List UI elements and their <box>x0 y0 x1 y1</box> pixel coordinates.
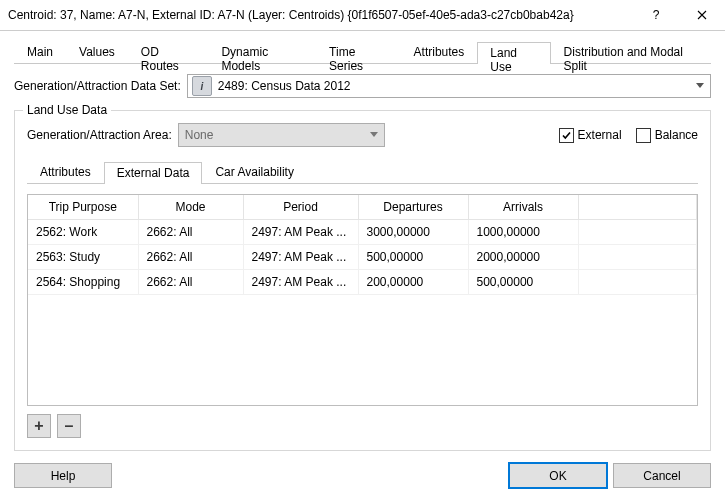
sub-tabs: AttributesExternal DataCar Availability <box>27 161 698 184</box>
subtab-attributes[interactable]: Attributes <box>27 161 104 183</box>
cell-period[interactable]: 2497: AM Peak ... <box>243 270 358 295</box>
ok-button[interactable]: OK <box>509 463 607 488</box>
tab-distribution-and-modal-split[interactable]: Distribution and Modal Split <box>551 41 711 63</box>
minus-icon: – <box>65 417 74 435</box>
main-tabs: MainValuesOD RoutesDynamic ModelsTime Se… <box>14 41 711 64</box>
close-button[interactable] <box>679 0 725 30</box>
external-checkbox-wrap[interactable]: External <box>559 128 622 143</box>
help-label: Help <box>51 469 76 483</box>
col-trip-purpose[interactable]: Trip Purpose <box>28 195 138 220</box>
col-mode[interactable]: Mode <box>138 195 243 220</box>
add-row-button[interactable]: + <box>27 414 51 438</box>
tab-land-use[interactable]: Land Use <box>477 42 550 64</box>
plus-icon: + <box>34 417 43 435</box>
cell-blank <box>578 220 697 245</box>
area-label: Generation/Attraction Area: <box>27 128 172 142</box>
window-title: Centroid: 37, Name: A7-N, External ID: A… <box>0 8 633 22</box>
cell-purpose[interactable]: 2563: Study <box>28 245 138 270</box>
cell-purpose[interactable]: 2564: Shopping <box>28 270 138 295</box>
external-label: External <box>578 128 622 142</box>
balance-checkbox-wrap[interactable]: Balance <box>636 128 698 143</box>
tab-values[interactable]: Values <box>66 41 128 63</box>
cell-arrivals[interactable]: 500,00000 <box>468 270 578 295</box>
cell-mode[interactable]: 2662: All <box>138 220 243 245</box>
dataset-icon: i <box>192 76 212 96</box>
cell-period[interactable]: 2497: AM Peak ... <box>243 245 358 270</box>
col-period[interactable]: Period <box>243 195 358 220</box>
close-icon <box>697 10 707 20</box>
table-row[interactable]: 2562: Work2662: All2497: AM Peak ...3000… <box>28 220 697 245</box>
col-departures[interactable]: Departures <box>358 195 468 220</box>
cancel-button[interactable]: Cancel <box>613 463 711 488</box>
tab-dynamic-models[interactable]: Dynamic Models <box>208 41 316 63</box>
table-row[interactable]: 2563: Study2662: All2497: AM Peak ...500… <box>28 245 697 270</box>
tab-attributes[interactable]: Attributes <box>401 41 478 63</box>
group-title: Land Use Data <box>23 103 111 117</box>
chevron-down-icon <box>696 83 704 88</box>
dataset-value: 2489: Census Data 2012 <box>218 79 351 93</box>
tab-main[interactable]: Main <box>14 41 66 63</box>
cell-period[interactable]: 2497: AM Peak ... <box>243 220 358 245</box>
cell-departures[interactable]: 200,00000 <box>358 270 468 295</box>
col-arrivals[interactable]: Arrivals <box>468 195 578 220</box>
cell-arrivals[interactable]: 2000,00000 <box>468 245 578 270</box>
dataset-label: Generation/Attraction Data Set: <box>14 79 181 93</box>
chevron-down-icon <box>370 132 378 137</box>
dataset-dropdown[interactable]: i 2489: Census Data 2012 <box>187 74 711 98</box>
subtab-car-availability[interactable]: Car Availability <box>202 161 306 183</box>
cell-mode[interactable]: 2662: All <box>138 245 243 270</box>
remove-row-button[interactable]: – <box>57 414 81 438</box>
area-dropdown[interactable]: None <box>178 123 385 147</box>
table-row[interactable]: 2564: Shopping2662: All2497: AM Peak ...… <box>28 270 697 295</box>
col-blank <box>578 195 697 220</box>
title-bar: Centroid: 37, Name: A7-N, External ID: A… <box>0 0 725 31</box>
cell-blank <box>578 245 697 270</box>
external-data-table: Trip PurposeModePeriodDeparturesArrivals… <box>27 194 698 406</box>
help-glyph: ? <box>653 8 660 22</box>
checkmark-icon <box>561 130 572 141</box>
cancel-label: Cancel <box>643 469 680 483</box>
balance-label: Balance <box>655 128 698 142</box>
cell-blank <box>578 270 697 295</box>
ok-label: OK <box>549 469 566 483</box>
external-checkbox[interactable] <box>559 128 574 143</box>
subtab-external-data[interactable]: External Data <box>104 162 203 184</box>
area-value: None <box>185 128 214 142</box>
cell-mode[interactable]: 2662: All <box>138 270 243 295</box>
tab-time-series[interactable]: Time Series <box>316 41 401 63</box>
dialog-footer: Help OK Cancel <box>0 453 725 500</box>
cell-arrivals[interactable]: 1000,00000 <box>468 220 578 245</box>
cell-purpose[interactable]: 2562: Work <box>28 220 138 245</box>
help-button-footer[interactable]: Help <box>14 463 112 488</box>
help-button[interactable]: ? <box>633 0 679 30</box>
cell-departures[interactable]: 500,00000 <box>358 245 468 270</box>
balance-checkbox[interactable] <box>636 128 651 143</box>
tab-od-routes[interactable]: OD Routes <box>128 41 209 63</box>
land-use-group: Land Use Data Generation/Attraction Area… <box>14 110 711 451</box>
cell-departures[interactable]: 3000,00000 <box>358 220 468 245</box>
